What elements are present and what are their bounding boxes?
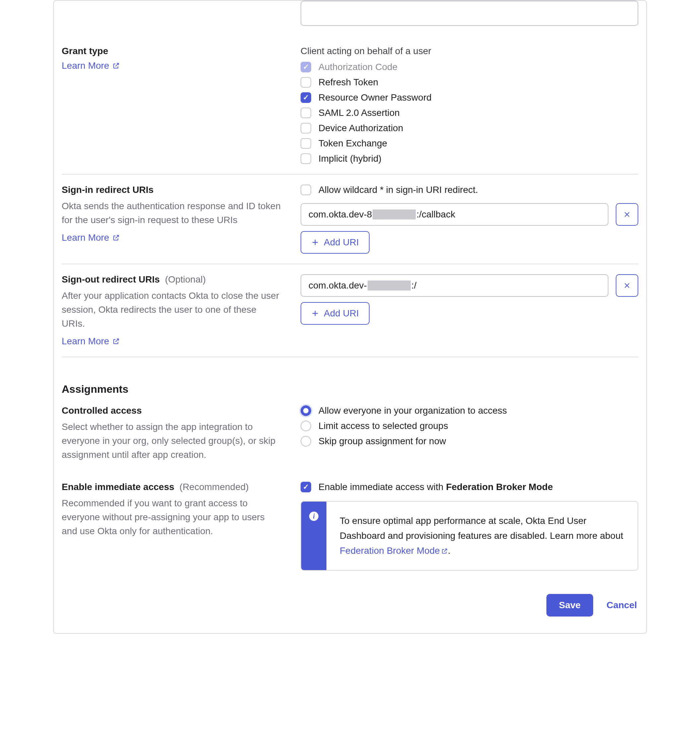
grant-type-learn-more-link[interactable]: Learn More [62, 61, 120, 71]
allow-wildcard-row[interactable]: Allow wildcard * in sign-in URI redirect… [301, 185, 638, 195]
controlled-access-label: Controlled access [62, 406, 281, 416]
add-signout-uri-button[interactable]: Add URI [301, 302, 369, 325]
grant-option-implicit-hybrid[interactable]: Implicit (hybrid) [301, 153, 638, 164]
radio-selected-groups[interactable] [301, 420, 311, 431]
controlled-access-desc: Select whether to assign the app integra… [62, 420, 281, 462]
recommended-text: (Recommended) [179, 482, 249, 492]
grant-type-subheading: Client acting on behalf of a user [301, 46, 638, 56]
redacted-text [368, 281, 411, 290]
access-option-selected-groups[interactable]: Limit access to selected groups [301, 420, 638, 431]
grant-option-resource-owner-password[interactable]: ✓ Resource Owner Password [301, 92, 638, 103]
info-period: . [448, 545, 450, 556]
checkbox-device-authorization[interactable] [301, 123, 311, 133]
signout-label-text: Sign-out redirect URIs [62, 274, 160, 284]
cancel-button[interactable]: Cancel [607, 600, 637, 611]
signin-redirect-desc: Okta sends the authentication response a… [62, 199, 281, 227]
info-link-text: Federation Broker Mode [340, 545, 440, 556]
uri-text-prefix: com.okta.dev- [309, 280, 367, 291]
checkbox-authorization-code: ✓ [301, 62, 311, 73]
external-link-icon [112, 62, 120, 70]
add-uri-text: Add URI [324, 237, 359, 248]
grant-option-label: Implicit (hybrid) [319, 153, 381, 164]
immediate-access-check-row[interactable]: ✓ Enable immediate access with Federatio… [301, 482, 638, 492]
grant-option-saml-assertion[interactable]: SAML 2.0 Assertion [301, 108, 638, 118]
grant-option-label: Token Exchange [319, 138, 387, 149]
checkbox-resource-owner-password[interactable]: ✓ [301, 92, 311, 103]
grant-option-label: Refresh Token [319, 77, 378, 88]
allow-wildcard-label: Allow wildcard * in sign-in URI redirect… [319, 185, 478, 195]
grant-option-refresh-token[interactable]: Refresh Token [301, 77, 638, 88]
access-option-everyone[interactable]: Allow everyone in your organization to a… [301, 406, 638, 416]
grant-option-label: SAML 2.0 Assertion [319, 108, 400, 118]
federation-broker-link[interactable]: Federation Broker Mode [340, 545, 448, 556]
access-option-label: Limit access to selected groups [319, 420, 448, 431]
info-icon: i [309, 512, 319, 521]
checkbox-implicit-hybrid[interactable] [301, 153, 311, 164]
immediate-access-label: Enable immediate access (Recommended) [62, 482, 281, 492]
signout-redirect-label: Sign-out redirect URIs (Optional) [62, 274, 281, 285]
remove-signin-uri-button[interactable] [616, 203, 638, 226]
external-link-icon [112, 234, 120, 241]
access-option-label: Allow everyone in your organization to a… [319, 406, 507, 416]
signout-redirect-desc: After your application contacts Okta to … [62, 289, 281, 331]
info-body: To ensure optimal app performance at sca… [326, 502, 638, 570]
checkbox-allow-wildcard[interactable] [301, 185, 311, 195]
info-text: To ensure optimal app performance at sca… [340, 516, 623, 541]
grant-option-token-exchange[interactable]: Token Exchange [301, 138, 638, 149]
grant-option-label: Authorization Code [319, 62, 397, 73]
signout-uri-input[interactable]: com.okta.dev-:/ [301, 274, 608, 297]
check-prefix: Enable immediate access with [319, 482, 446, 492]
radio-allow-everyone[interactable] [301, 406, 311, 416]
grant-option-device-authorization[interactable]: Device Authorization [301, 123, 638, 133]
redacted-text [372, 210, 416, 219]
access-option-label: Skip group assignment for now [319, 436, 446, 447]
grant-option-authorization-code: ✓ Authorization Code [301, 62, 638, 73]
uri-text-prefix: com.okta.dev-8 [309, 209, 372, 220]
add-uri-text: Add URI [324, 308, 359, 319]
access-option-skip[interactable]: Skip group assignment for now [301, 436, 638, 447]
uri-text-suffix: :/ [411, 280, 417, 291]
info-box: i To ensure optimal app performance at s… [301, 501, 638, 571]
plus-icon [311, 309, 319, 317]
signin-uri-input[interactable]: com.okta.dev-8:/callback [301, 203, 608, 226]
uri-text-suffix: :/callback [416, 209, 455, 220]
checkbox-federation-broker[interactable]: ✓ [301, 482, 311, 492]
immediate-access-desc: Recommended if you want to grant access … [62, 496, 281, 538]
learn-more-text: Learn More [62, 232, 109, 243]
assignments-heading: Assignments [62, 367, 128, 395]
grant-option-label: Resource Owner Password [319, 92, 431, 103]
close-icon [623, 211, 631, 218]
external-link-icon [112, 337, 120, 345]
signin-redirect-label: Sign-in redirect URIs [62, 185, 281, 195]
save-button[interactable]: Save [546, 594, 593, 617]
learn-more-text: Learn More [62, 61, 109, 71]
checkbox-token-exchange[interactable] [301, 138, 311, 149]
check-bold: Federation Broker Mode [446, 482, 553, 492]
immediate-access-check-label: Enable immediate access with Federation … [319, 482, 553, 492]
optional-text: (Optional) [165, 274, 206, 284]
immediate-label-text: Enable immediate access [62, 482, 174, 492]
plus-icon [311, 238, 319, 246]
grant-type-label: Grant type [62, 46, 281, 56]
learn-more-text: Learn More [62, 336, 109, 346]
radio-skip-assignment[interactable] [301, 436, 311, 447]
remove-signout-uri-button[interactable] [616, 274, 638, 297]
info-bar: i [301, 502, 326, 570]
add-signin-uri-button[interactable]: Add URI [301, 231, 369, 254]
text-input-above[interactable] [301, 1, 638, 26]
external-link-icon [441, 548, 448, 554]
signin-learn-more-link[interactable]: Learn More [62, 232, 120, 243]
settings-card: Grant type Learn More Client acting on b… [53, 0, 647, 634]
close-icon [623, 282, 631, 289]
grant-option-label: Device Authorization [319, 123, 403, 133]
checkbox-refresh-token[interactable] [301, 77, 311, 88]
checkbox-saml-assertion[interactable] [301, 108, 311, 118]
signout-learn-more-link[interactable]: Learn More [62, 336, 120, 346]
